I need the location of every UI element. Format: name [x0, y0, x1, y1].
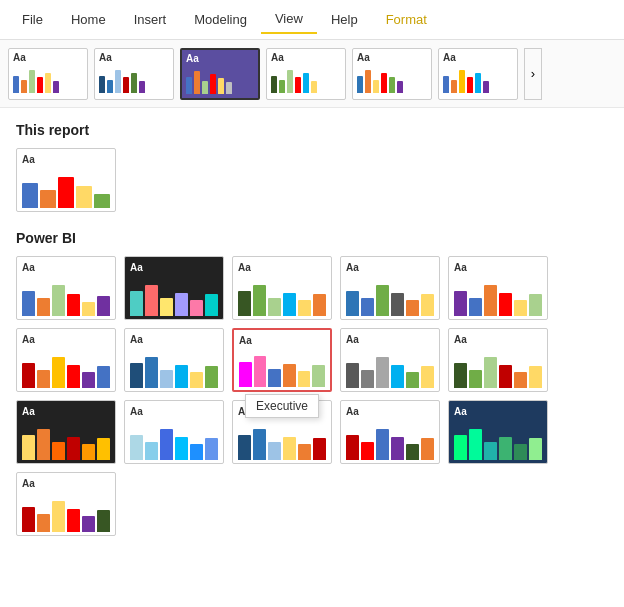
theme-thumbnail-pbi4[interactable]: Aa [340, 256, 440, 320]
menu-modeling[interactable]: Modeling [180, 6, 261, 33]
theme-thumbnail-pbi7[interactable]: Aa [124, 328, 224, 392]
theme-aa-label: Aa [346, 406, 434, 417]
theme-thumbnail-pbi15[interactable]: Aa [448, 400, 548, 464]
theme-bar [40, 190, 56, 208]
theme-aa-label: Aa [271, 53, 341, 63]
theme-thumbnail-strip[interactable]: Aa [266, 48, 346, 100]
menu-format[interactable]: Format [372, 6, 441, 33]
theme-aa-label: Aa [186, 54, 254, 64]
theme-bars [22, 276, 110, 316]
theme-bar [298, 300, 311, 316]
theme-bar [376, 429, 389, 460]
theme-bar [484, 285, 497, 316]
theme-bar [313, 438, 326, 460]
theme-thumbnail-pbi2[interactable]: Aa [124, 256, 224, 320]
this-report-title: This report [16, 122, 608, 138]
theme-bar [67, 509, 80, 532]
theme-aa-label: Aa [454, 406, 542, 417]
theme-thumbnail-pbi14[interactable]: Aa [340, 400, 440, 464]
main-content: This report Aa Power BI AaAaAaAaAaAaAaAa… [0, 108, 624, 607]
theme-aa-label: Aa [22, 334, 110, 345]
theme-bar [205, 294, 218, 316]
theme-bar [160, 370, 173, 388]
theme-bar [346, 363, 359, 388]
theme-bars [22, 492, 110, 532]
power-bi-title: Power BI [16, 230, 608, 246]
menu-view[interactable]: View [261, 5, 317, 34]
theme-bar [406, 300, 419, 316]
theme-aa-label: Aa [130, 262, 218, 273]
theme-bar [52, 357, 65, 388]
theme-bar [391, 365, 404, 388]
theme-thumbnail-strip[interactable]: Aa [94, 48, 174, 100]
theme-bar [391, 437, 404, 460]
theme-bar [52, 501, 65, 532]
theme-bar [139, 81, 145, 92]
theme-bars [454, 420, 542, 460]
theme-thumbnail-pbi13[interactable]: Aa [232, 400, 332, 464]
theme-bar [190, 444, 203, 460]
theme-thumbnail-pbi6[interactable]: Aa [16, 328, 116, 392]
theme-thumbnail-pbi5[interactable]: Aa [448, 256, 548, 320]
theme-thumbnail-strip[interactable]: Aa [352, 48, 432, 100]
theme-thumbnail-pbi12[interactable]: Aa [124, 400, 224, 464]
theme-bar [107, 80, 113, 93]
theme-bar [529, 438, 542, 460]
theme-bar [391, 293, 404, 316]
strip-scroll-button[interactable]: › [524, 48, 542, 100]
theme-aa-label: Aa [238, 262, 326, 273]
menu-help[interactable]: Help [317, 6, 372, 33]
theme-thumbnail-pbi1[interactable]: Aa [16, 256, 116, 320]
theme-bar [271, 76, 277, 93]
theme-bar [421, 438, 434, 460]
theme-bar [268, 298, 281, 316]
theme-bar [443, 76, 449, 93]
theme-bar [145, 285, 158, 316]
theme-bar [475, 73, 481, 93]
theme-bar [131, 73, 137, 93]
theme-bar [145, 357, 158, 388]
theme-bar [451, 80, 457, 93]
theme-bar [82, 444, 95, 460]
theme-bar [194, 71, 200, 93]
theme-thumbnail-pbi16[interactable]: Aa [16, 472, 116, 536]
menu-home[interactable]: Home [57, 6, 120, 33]
theme-aa-label: Aa [346, 334, 434, 345]
theme-bar [239, 362, 252, 387]
theme-bar [361, 370, 374, 388]
theme-thumbnail-strip[interactable]: Aa [8, 48, 88, 100]
theme-aa-label: Aa [130, 334, 218, 345]
theme-bar [514, 300, 527, 316]
theme-bar [295, 77, 301, 92]
theme-bars [22, 348, 110, 388]
theme-bar [22, 507, 35, 532]
theme-bar [29, 70, 35, 92]
theme-bar [53, 81, 59, 92]
theme-bar [469, 298, 482, 316]
theme-thumbnail-pbi11[interactable]: Aa [16, 400, 116, 464]
theme-thumbnail-tr1[interactable]: Aa [16, 148, 116, 212]
theme-thumbnail-pbi3[interactable]: Aa [232, 256, 332, 320]
theme-bars [130, 420, 218, 460]
theme-aa-label: Aa [346, 262, 434, 273]
theme-bars [346, 420, 434, 460]
theme-bar [389, 77, 395, 92]
theme-thumbnail-pbi10[interactable]: Aa [448, 328, 548, 392]
theme-thumbnail-strip[interactable]: Aa [180, 48, 260, 100]
theme-bars [130, 276, 218, 316]
theme-bar [376, 285, 389, 316]
theme-bar [97, 366, 110, 388]
menu-insert[interactable]: Insert [120, 6, 181, 33]
theme-thumbnail-pbi8[interactable]: AaExecutive [232, 328, 332, 392]
theme-bar [406, 444, 419, 460]
theme-bar [298, 444, 311, 460]
theme-aa-label: Aa [238, 406, 326, 417]
theme-bar [361, 442, 374, 460]
menu-file[interactable]: File [8, 6, 57, 33]
theme-thumbnail-pbi9[interactable]: Aa [340, 328, 440, 392]
theme-bar [45, 73, 51, 93]
theme-thumbnail-strip[interactable]: Aa [438, 48, 518, 100]
theme-bar [406, 372, 419, 388]
theme-bar [67, 294, 80, 316]
theme-bars [22, 168, 110, 208]
